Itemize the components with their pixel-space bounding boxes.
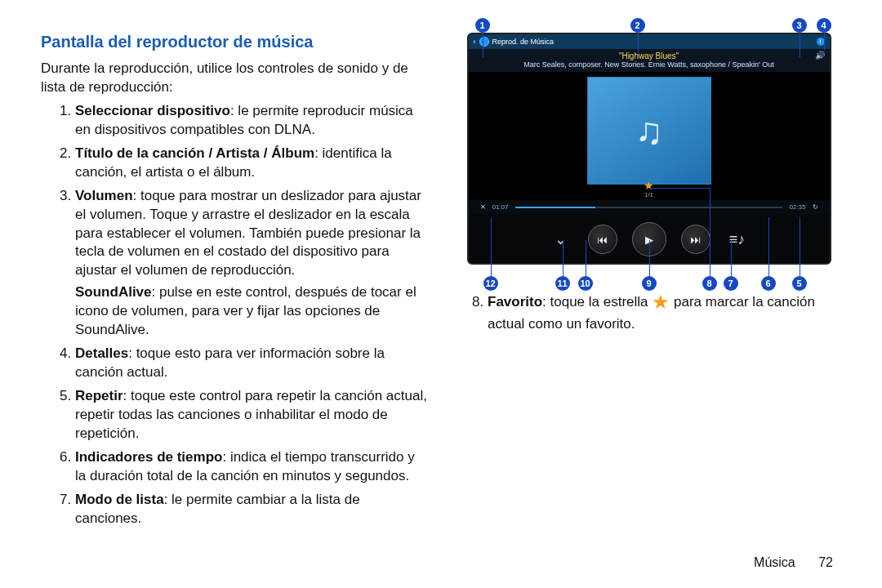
- repeat-icon[interactable]: ↻: [813, 203, 818, 211]
- list-mode-icon[interactable]: ≡♪: [725, 231, 750, 248]
- section-title: Pantalla del reproductor de música: [41, 33, 429, 51]
- leader-line: [768, 217, 769, 276]
- callout-1: 1: [475, 18, 490, 33]
- item-subhead: SoundAlive: [75, 284, 152, 300]
- intro-text: Durante la reproducción, utilice los con…: [41, 60, 429, 97]
- elapsed-time: 01:07: [492, 203, 509, 211]
- callout-10: 10: [578, 276, 593, 291]
- leader-line: [483, 33, 483, 57]
- leader-line: [563, 240, 564, 276]
- leader-line: [800, 217, 800, 276]
- page-indicator: 1/1: [644, 191, 653, 198]
- leader-line: [491, 217, 492, 276]
- item-head: Detalles: [75, 345, 128, 361]
- callout-9: 9: [642, 276, 657, 291]
- prev-button[interactable]: ⏮: [588, 225, 617, 254]
- callout-7: 7: [724, 276, 738, 291]
- footer-label: Música: [754, 555, 795, 569]
- item-head: Título de la canción / Artista / Álbum: [75, 145, 314, 161]
- list-item: Repetir: toque este control para repetir…: [75, 387, 429, 443]
- list-item: Favorito: toque la estrella ★ para marca…: [488, 289, 841, 334]
- player-topbar: ‹ Reprod. de Música i: [469, 34, 830, 49]
- progress-track[interactable]: [515, 207, 783, 208]
- leader-line: [648, 188, 710, 189]
- list-item: Seleccionar dispositivo: le permite repr…: [75, 102, 429, 140]
- feature-list-right: Favorito: toque la estrella ★ para marca…: [453, 289, 841, 334]
- list-item: Detalles: toque esto para ver informació…: [75, 345, 429, 382]
- time-bar: ✕ 01:07 02:35 ↻: [469, 200, 830, 214]
- leader-line: [731, 240, 732, 276]
- item-head: Volumen: [75, 188, 133, 203]
- song-title: "Highway Blues": [469, 51, 830, 60]
- leader-line: [638, 33, 639, 54]
- callout-8: 8: [702, 276, 717, 291]
- feature-list: Seleccionar dispositivo: le permite repr…: [41, 102, 429, 528]
- item-head: Repetir: [75, 388, 123, 403]
- track-info: "Highway Blues" Marc Seales, composer. N…: [469, 49, 830, 72]
- callout-12: 12: [483, 276, 498, 291]
- device-figure: 1 2 3 4 ‹ Reprod. de Música i "Highway B…: [467, 33, 828, 265]
- callout-6: 6: [761, 276, 776, 291]
- item-head: Seleccionar dispositivo: [75, 103, 230, 118]
- shuffle-icon[interactable]: ✕: [480, 203, 486, 211]
- page-number: 72: [818, 555, 833, 569]
- leader-line: [824, 33, 825, 51]
- song-artist: Marc Seales, composer. New Stories. Erni…: [469, 60, 830, 69]
- leader-line: [586, 240, 586, 276]
- callout-11: 11: [555, 276, 570, 291]
- list-item: Título de la canción / Artista / Álbum: …: [75, 145, 429, 182]
- item-head: Favorito: [488, 294, 542, 310]
- callout-4: 4: [817, 18, 831, 33]
- favorite-star-icon[interactable]: ★: [644, 179, 654, 192]
- leader-line: [649, 240, 650, 276]
- item-head: Indicadores de tiempo: [75, 449, 222, 465]
- total-time: 02:35: [789, 203, 805, 211]
- player-title: Reprod. de Música: [492, 38, 555, 46]
- leader-line: [710, 188, 710, 276]
- item-body: : toque la estrella: [542, 294, 652, 310]
- chevron-down-icon[interactable]: ⌄: [549, 230, 573, 248]
- album-art: ♫ ★: [587, 77, 711, 185]
- volume-icon[interactable]: 🔊: [815, 51, 825, 60]
- callout-5: 5: [792, 276, 807, 291]
- music-note-icon: ♫: [635, 109, 663, 153]
- page-footer: Música 72: [754, 555, 833, 570]
- item-head: Modo de lista: [75, 492, 164, 507]
- back-icon[interactable]: ‹: [474, 38, 476, 46]
- next-button[interactable]: ⏭: [681, 225, 710, 254]
- list-item: Indicadores de tiempo: indica el tiempo …: [75, 448, 429, 486]
- star-icon: ★: [652, 291, 670, 313]
- list-item: Volumen: toque para mostrar un deslizado…: [75, 187, 429, 341]
- callout-3: 3: [792, 18, 807, 33]
- list-item: Modo de lista: le permite cambiar a la l…: [75, 491, 429, 528]
- item-body: : toque este control para repetir la can…: [75, 388, 427, 441]
- select-device-icon[interactable]: [479, 37, 489, 47]
- leader-line: [800, 33, 800, 57]
- callout-2: 2: [630, 18, 645, 33]
